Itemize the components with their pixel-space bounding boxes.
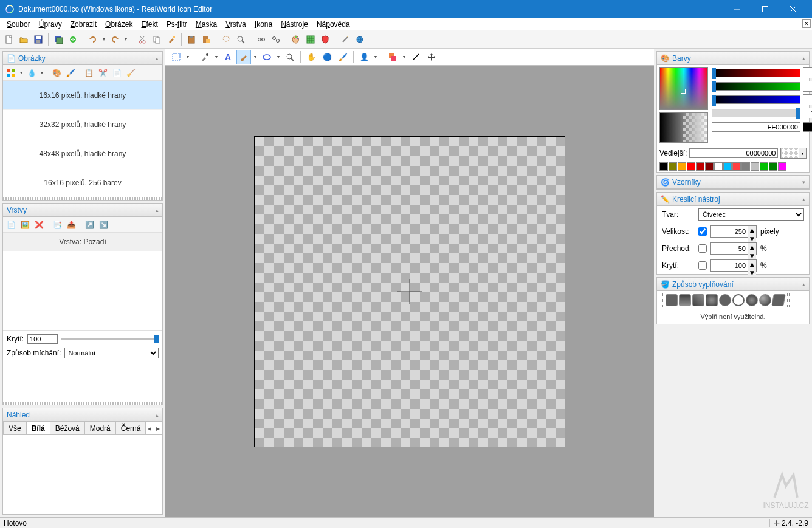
open-file-icon[interactable]	[17, 33, 30, 46]
menu-image[interactable]: Obrázek	[101, 19, 137, 30]
value-alpha-picker[interactable]	[659, 112, 708, 143]
fill-pattern-icon[interactable]	[771, 294, 786, 306]
menu-edit[interactable]: Úpravy	[35, 19, 66, 30]
collapse-icon[interactable]: ▾	[802, 179, 805, 185]
undo-dropdown[interactable]: ▼	[101, 33, 107, 46]
paste-brush-icon[interactable]	[165, 33, 178, 46]
dup-layer-icon[interactable]: 📑	[50, 218, 64, 231]
hex-input[interactable]	[712, 122, 800, 132]
minimize-button[interactable]	[723, 0, 751, 18]
blend-mode-select[interactable]: Normální	[64, 348, 159, 358]
clipboard-paste-icon[interactable]	[199, 33, 213, 46]
palette-icon[interactable]	[289, 33, 303, 46]
export-icon[interactable]	[66, 33, 80, 46]
shape-select[interactable]: Čtverec	[698, 208, 804, 221]
collapse-icon[interactable]: ▴	[802, 281, 805, 287]
hue-sat-picker[interactable]	[659, 67, 708, 110]
collapse-icon[interactable]: ▴	[802, 196, 805, 202]
image-size-item[interactable]: 16x16 pixelů, hladké hrany	[3, 81, 162, 110]
merge-layer-icon[interactable]: 📥	[64, 218, 78, 231]
paint-drop-icon[interactable]: 🎨	[50, 66, 63, 80]
globe-icon[interactable]	[353, 33, 366, 46]
menu-psfilter[interactable]: Ps-filtr	[162, 19, 191, 30]
clipboard-icon[interactable]	[185, 33, 198, 46]
size-check[interactable]	[698, 227, 707, 236]
green-input[interactable]	[803, 81, 812, 91]
collapse-icon[interactable]: ▴	[802, 55, 805, 61]
close-button[interactable]	[779, 0, 807, 18]
paste2-icon[interactable]: 📄	[110, 66, 123, 80]
link-icon[interactable]	[255, 33, 268, 46]
fill-circle-icon[interactable]	[719, 294, 731, 306]
fill-ring-icon[interactable]	[732, 294, 745, 306]
unlink-icon[interactable]	[269, 33, 283, 46]
palette-swatch[interactable]	[714, 162, 723, 171]
palette-swatch[interactable]	[687, 162, 695, 171]
resize-grip[interactable]	[3, 197, 162, 200]
brush-tool-icon[interactable]	[236, 50, 251, 64]
palette-swatch[interactable]	[678, 162, 686, 171]
ellipse-tool-icon[interactable]	[260, 50, 274, 64]
fill-sphere2-icon[interactable]	[759, 294, 771, 306]
preview-tab-beige[interactable]: Béžová	[50, 422, 85, 434]
drop-icon[interactable]: 💧	[25, 66, 38, 80]
secondary-hex-input[interactable]	[689, 148, 778, 158]
size-input[interactable]	[711, 226, 748, 237]
face-tool-icon[interactable]: 👤	[357, 50, 371, 64]
delete-layer-icon[interactable]: ❌	[32, 218, 46, 231]
menu-effect[interactable]: Efekt	[137, 19, 162, 30]
blue-input[interactable]	[803, 95, 812, 105]
collapse-icon[interactable]: ▴	[156, 55, 159, 61]
copy-icon[interactable]	[150, 33, 163, 46]
shapes-tool-icon[interactable]	[385, 50, 400, 64]
resize-grip[interactable]	[3, 402, 162, 405]
menu-mask[interactable]: Maska	[191, 19, 221, 30]
wand-icon[interactable]	[339, 33, 352, 46]
palette-swatch[interactable]	[723, 162, 732, 171]
palette-swatch[interactable]	[696, 162, 704, 171]
hand-tool-icon[interactable]: ✋	[304, 50, 318, 64]
opacity-input[interactable]	[27, 334, 58, 344]
lasso-icon[interactable]	[219, 33, 233, 46]
smudge-tool-icon[interactable]: 🖌️	[335, 50, 350, 64]
preview-tab-all[interactable]: Vše	[3, 422, 27, 434]
redo-icon[interactable]	[108, 33, 122, 46]
fill-solid-icon[interactable]	[666, 294, 678, 306]
tab-next-icon[interactable]: ▸	[154, 423, 162, 434]
canvas[interactable]	[254, 136, 565, 447]
zoom-tool-icon[interactable]	[283, 50, 297, 64]
brush-drop-icon[interactable]: 🖌️	[64, 66, 77, 80]
palette-swatch[interactable]	[705, 162, 714, 171]
palette-swatch[interactable]	[732, 162, 741, 171]
primary-swatch[interactable]: ▼	[803, 122, 812, 132]
select-tool-icon[interactable]	[169, 50, 184, 64]
line-tool-icon[interactable]	[408, 50, 423, 64]
layer-down-icon[interactable]: ↘️	[97, 218, 110, 231]
palette-swatch[interactable]	[669, 162, 677, 171]
sphere-tool-icon[interactable]: 🔵	[320, 50, 334, 64]
cut2-icon[interactable]: ✂️	[96, 66, 109, 80]
fill-sphere1-icon[interactable]	[746, 294, 758, 306]
palette-swatch[interactable]	[659, 162, 668, 171]
opacity2-check[interactable]	[698, 261, 707, 270]
palette-swatch[interactable]	[760, 162, 768, 171]
palette-swatch[interactable]	[741, 162, 750, 171]
redo-dropdown[interactable]: ▼	[123, 33, 129, 46]
new-layer-icon[interactable]: 📄	[4, 218, 18, 231]
fill-grad2-icon[interactable]	[692, 294, 704, 306]
alpha-slider[interactable]	[712, 109, 800, 117]
image-size-item[interactable]: 32x32 pixelů, hladké hrany	[3, 110, 162, 139]
copy2-icon[interactable]: 📋	[82, 66, 95, 80]
save-as-icon[interactable]	[52, 33, 65, 46]
image-size-item[interactable]: 16x16 pixelů, 256 barev	[3, 168, 162, 197]
eyedropper-tool-icon[interactable]	[198, 50, 212, 64]
text-tool-icon[interactable]: A	[221, 50, 235, 64]
layer-item[interactable]: Vrstva: Pozadí	[3, 233, 162, 251]
win-flag-icon[interactable]	[4, 66, 18, 80]
preview-tab-white[interactable]: Bílá	[26, 422, 50, 434]
tab-prev-icon[interactable]: ◂	[145, 423, 154, 434]
alpha-input[interactable]	[803, 108, 812, 118]
image-size-item[interactable]: 48x48 pixelů, hladké hrany	[3, 139, 162, 168]
show-layer-icon[interactable]: 🖼️	[18, 218, 32, 231]
opacity-slider[interactable]	[61, 338, 159, 340]
